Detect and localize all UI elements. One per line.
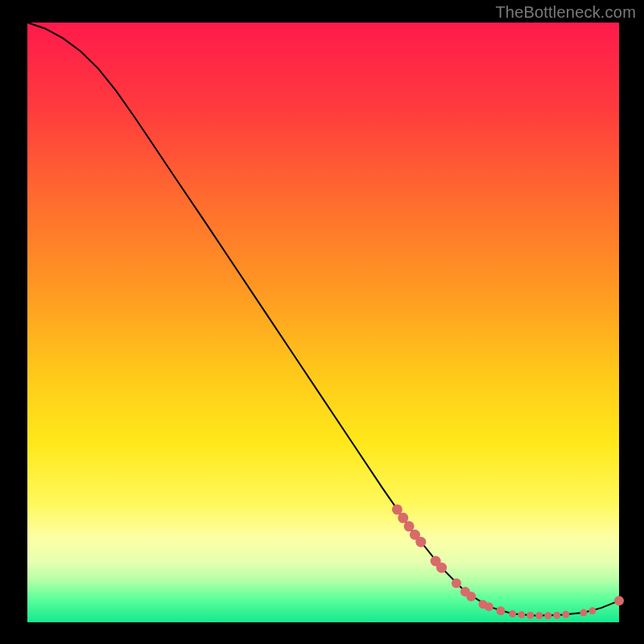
- data-marker: [588, 607, 596, 614]
- chart-container: { "watermark": "TheBottleneck.com", "cha…: [0, 0, 644, 644]
- data-marker: [392, 504, 402, 514]
- data-marker: [562, 611, 569, 618]
- data-marker: [398, 513, 408, 523]
- data-marker: [614, 596, 624, 605]
- data-marker: [404, 521, 415, 531]
- data-marker: [485, 602, 493, 611]
- data-marker: [580, 609, 587, 617]
- chart-svg: [0, 0, 644, 644]
- watermark-text: TheBottleneck.com: [495, 3, 636, 22]
- data-marker: [436, 563, 447, 573]
- data-marker: [452, 579, 461, 588]
- data-marker: [415, 537, 426, 547]
- data-marker: [544, 612, 551, 619]
- data-marker: [497, 606, 506, 615]
- data-marker: [509, 610, 516, 617]
- data-marker: [518, 611, 525, 618]
- plot-background: [27, 23, 619, 622]
- data-marker: [553, 612, 560, 619]
- data-marker: [526, 612, 534, 619]
- data-marker: [535, 612, 543, 619]
- data-marker: [466, 592, 476, 601]
